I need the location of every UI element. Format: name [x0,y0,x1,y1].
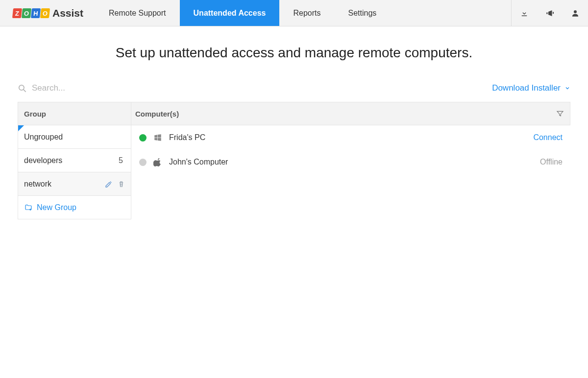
computer-row: Frida's PC Connect [131,125,570,150]
group-item-network[interactable]: network [18,172,131,196]
nav-unattended-access[interactable]: Unattended Access [180,0,280,26]
status-dot-online-icon [139,134,147,142]
nav-reports[interactable]: Reports [279,0,334,26]
groups-header: Group [18,102,131,125]
apple-icon [153,157,162,167]
computers-header-label: Computer(s) [135,110,179,118]
page-title: Set up unattended access and manage remo… [0,26,588,77]
search-input[interactable] [32,83,159,93]
brand-logo: ZOHO Assist [0,0,95,26]
filter-icon[interactable] [556,110,564,118]
download-icon[interactable] [512,0,537,26]
download-installer-link[interactable]: Download Installer [492,83,570,93]
group-actions [105,180,125,188]
group-item-developers[interactable]: developers 5 [18,149,131,172]
status-dot-offline-icon [139,159,147,166]
search-icon [18,84,27,93]
user-icon[interactable] [563,0,588,26]
megaphone-icon[interactable] [537,0,563,26]
search-wrap [18,83,492,93]
offline-label: Offline [540,158,563,166]
windows-icon [153,133,162,142]
zoho-logo-icon: ZOHO [13,8,49,18]
trash-icon[interactable] [118,180,125,188]
group-item-ungrouped[interactable]: Ungrouped [18,125,131,149]
computer-name: John's Computer [169,158,533,166]
group-label: developers [24,156,62,165]
computers-column: Computer(s) Frida's PC Connect John's Co… [131,102,570,219]
computer-name: Frida's PC [169,133,526,142]
edit-icon[interactable] [105,180,113,188]
computer-row: John's Computer Offline [131,150,570,174]
chevron-down-icon [564,85,570,91]
svg-line-1 [24,89,26,92]
nav-settings[interactable]: Settings [334,0,390,26]
computers-header: Computer(s) [131,102,570,125]
toolbar: Download Installer [18,77,570,99]
main-nav: Remote Support Unattended Access Reports… [95,0,390,26]
new-group-button[interactable]: New Group [18,196,131,219]
top-bar: ZOHO Assist Remote Support Unattended Ac… [0,0,588,26]
product-name: Assist [52,7,83,19]
new-group-label: New Group [37,203,76,212]
topbar-actions [511,0,588,26]
group-label: Ungrouped [24,133,63,142]
groups-column: Group Ungrouped developers 5 network [18,102,131,219]
svg-point-0 [19,85,24,90]
download-installer-label: Download Installer [492,83,561,93]
group-label: network [24,180,51,189]
nav-remote-support[interactable]: Remote Support [95,0,180,26]
group-count: 5 [119,156,125,165]
folder-add-icon [24,204,33,212]
connect-button[interactable]: Connect [533,133,563,142]
